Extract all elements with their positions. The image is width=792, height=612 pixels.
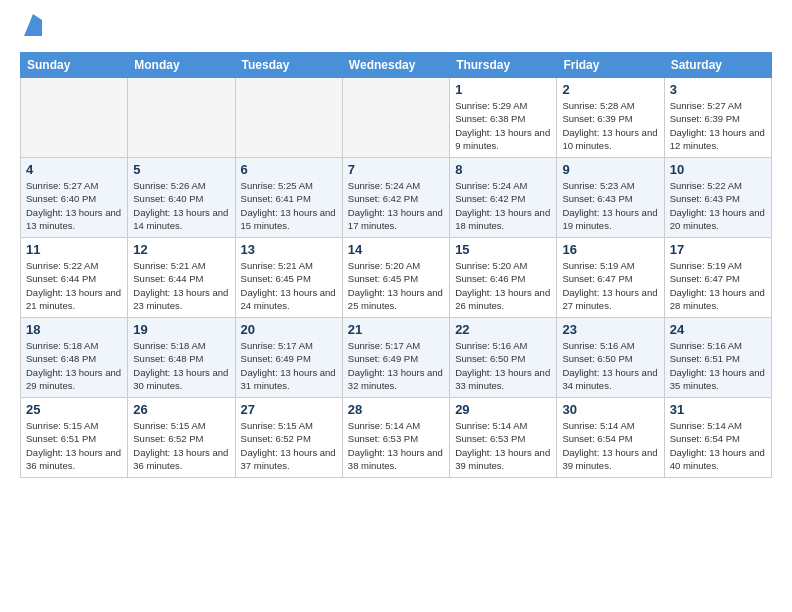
cell-info: Sunrise: 5:17 AMSunset: 6:49 PMDaylight:… — [241, 339, 337, 392]
calendar-cell: 17Sunrise: 5:19 AMSunset: 6:47 PMDayligh… — [664, 238, 771, 318]
calendar-cell: 28Sunrise: 5:14 AMSunset: 6:53 PMDayligh… — [342, 398, 449, 478]
svg-marker-0 — [24, 14, 42, 36]
day-number: 20 — [241, 322, 337, 337]
calendar-cell: 25Sunrise: 5:15 AMSunset: 6:51 PMDayligh… — [21, 398, 128, 478]
day-number: 25 — [26, 402, 122, 417]
calendar-cell — [342, 78, 449, 158]
cell-info: Sunrise: 5:18 AMSunset: 6:48 PMDaylight:… — [133, 339, 229, 392]
calendar-cell: 5Sunrise: 5:26 AMSunset: 6:40 PMDaylight… — [128, 158, 235, 238]
week-row-5: 25Sunrise: 5:15 AMSunset: 6:51 PMDayligh… — [21, 398, 772, 478]
day-number: 13 — [241, 242, 337, 257]
week-row-3: 11Sunrise: 5:22 AMSunset: 6:44 PMDayligh… — [21, 238, 772, 318]
cell-info: Sunrise: 5:21 AMSunset: 6:45 PMDaylight:… — [241, 259, 337, 312]
calendar-cell: 31Sunrise: 5:14 AMSunset: 6:54 PMDayligh… — [664, 398, 771, 478]
cell-info: Sunrise: 5:16 AMSunset: 6:50 PMDaylight:… — [562, 339, 658, 392]
calendar-cell: 30Sunrise: 5:14 AMSunset: 6:54 PMDayligh… — [557, 398, 664, 478]
calendar-cell: 19Sunrise: 5:18 AMSunset: 6:48 PMDayligh… — [128, 318, 235, 398]
day-number: 12 — [133, 242, 229, 257]
page-header — [20, 20, 772, 42]
logo — [20, 20, 42, 42]
cell-info: Sunrise: 5:14 AMSunset: 6:54 PMDaylight:… — [670, 419, 766, 472]
cell-info: Sunrise: 5:21 AMSunset: 6:44 PMDaylight:… — [133, 259, 229, 312]
cell-info: Sunrise: 5:14 AMSunset: 6:53 PMDaylight:… — [455, 419, 551, 472]
dow-monday: Monday — [128, 53, 235, 78]
calendar-cell — [235, 78, 342, 158]
day-number: 2 — [562, 82, 658, 97]
dow-thursday: Thursday — [450, 53, 557, 78]
calendar-cell: 10Sunrise: 5:22 AMSunset: 6:43 PMDayligh… — [664, 158, 771, 238]
cell-info: Sunrise: 5:20 AMSunset: 6:46 PMDaylight:… — [455, 259, 551, 312]
day-number: 7 — [348, 162, 444, 177]
cell-info: Sunrise: 5:22 AMSunset: 6:43 PMDaylight:… — [670, 179, 766, 232]
calendar-cell: 9Sunrise: 5:23 AMSunset: 6:43 PMDaylight… — [557, 158, 664, 238]
calendar-table: SundayMondayTuesdayWednesdayThursdayFrid… — [20, 52, 772, 478]
calendar-cell: 1Sunrise: 5:29 AMSunset: 6:38 PMDaylight… — [450, 78, 557, 158]
calendar-body: 1Sunrise: 5:29 AMSunset: 6:38 PMDaylight… — [21, 78, 772, 478]
dow-tuesday: Tuesday — [235, 53, 342, 78]
calendar-cell: 27Sunrise: 5:15 AMSunset: 6:52 PMDayligh… — [235, 398, 342, 478]
cell-info: Sunrise: 5:15 AMSunset: 6:52 PMDaylight:… — [241, 419, 337, 472]
cell-info: Sunrise: 5:29 AMSunset: 6:38 PMDaylight:… — [455, 99, 551, 152]
cell-info: Sunrise: 5:19 AMSunset: 6:47 PMDaylight:… — [562, 259, 658, 312]
day-number: 6 — [241, 162, 337, 177]
calendar-cell: 2Sunrise: 5:28 AMSunset: 6:39 PMDaylight… — [557, 78, 664, 158]
calendar-cell — [21, 78, 128, 158]
day-number: 8 — [455, 162, 551, 177]
calendar-cell — [128, 78, 235, 158]
cell-info: Sunrise: 5:16 AMSunset: 6:51 PMDaylight:… — [670, 339, 766, 392]
day-number: 10 — [670, 162, 766, 177]
day-of-week-header: SundayMondayTuesdayWednesdayThursdayFrid… — [21, 53, 772, 78]
day-number: 31 — [670, 402, 766, 417]
day-number: 1 — [455, 82, 551, 97]
cell-info: Sunrise: 5:18 AMSunset: 6:48 PMDaylight:… — [26, 339, 122, 392]
dow-wednesday: Wednesday — [342, 53, 449, 78]
day-number: 11 — [26, 242, 122, 257]
calendar-cell: 3Sunrise: 5:27 AMSunset: 6:39 PMDaylight… — [664, 78, 771, 158]
cell-info: Sunrise: 5:16 AMSunset: 6:50 PMDaylight:… — [455, 339, 551, 392]
calendar-cell: 29Sunrise: 5:14 AMSunset: 6:53 PMDayligh… — [450, 398, 557, 478]
cell-info: Sunrise: 5:17 AMSunset: 6:49 PMDaylight:… — [348, 339, 444, 392]
day-number: 21 — [348, 322, 444, 337]
calendar-cell: 14Sunrise: 5:20 AMSunset: 6:45 PMDayligh… — [342, 238, 449, 318]
calendar-cell: 21Sunrise: 5:17 AMSunset: 6:49 PMDayligh… — [342, 318, 449, 398]
calendar-cell: 15Sunrise: 5:20 AMSunset: 6:46 PMDayligh… — [450, 238, 557, 318]
dow-saturday: Saturday — [664, 53, 771, 78]
week-row-1: 1Sunrise: 5:29 AMSunset: 6:38 PMDaylight… — [21, 78, 772, 158]
calendar-cell: 12Sunrise: 5:21 AMSunset: 6:44 PMDayligh… — [128, 238, 235, 318]
day-number: 3 — [670, 82, 766, 97]
day-number: 24 — [670, 322, 766, 337]
week-row-2: 4Sunrise: 5:27 AMSunset: 6:40 PMDaylight… — [21, 158, 772, 238]
cell-info: Sunrise: 5:28 AMSunset: 6:39 PMDaylight:… — [562, 99, 658, 152]
calendar-cell: 24Sunrise: 5:16 AMSunset: 6:51 PMDayligh… — [664, 318, 771, 398]
cell-info: Sunrise: 5:24 AMSunset: 6:42 PMDaylight:… — [455, 179, 551, 232]
week-row-4: 18Sunrise: 5:18 AMSunset: 6:48 PMDayligh… — [21, 318, 772, 398]
cell-info: Sunrise: 5:27 AMSunset: 6:39 PMDaylight:… — [670, 99, 766, 152]
cell-info: Sunrise: 5:25 AMSunset: 6:41 PMDaylight:… — [241, 179, 337, 232]
cell-info: Sunrise: 5:20 AMSunset: 6:45 PMDaylight:… — [348, 259, 444, 312]
cell-info: Sunrise: 5:14 AMSunset: 6:53 PMDaylight:… — [348, 419, 444, 472]
day-number: 18 — [26, 322, 122, 337]
day-number: 19 — [133, 322, 229, 337]
logo-icon — [24, 14, 42, 36]
day-number: 5 — [133, 162, 229, 177]
calendar-cell: 20Sunrise: 5:17 AMSunset: 6:49 PMDayligh… — [235, 318, 342, 398]
day-number: 28 — [348, 402, 444, 417]
cell-info: Sunrise: 5:23 AMSunset: 6:43 PMDaylight:… — [562, 179, 658, 232]
calendar-cell: 16Sunrise: 5:19 AMSunset: 6:47 PMDayligh… — [557, 238, 664, 318]
day-number: 14 — [348, 242, 444, 257]
calendar-cell: 4Sunrise: 5:27 AMSunset: 6:40 PMDaylight… — [21, 158, 128, 238]
calendar-cell: 8Sunrise: 5:24 AMSunset: 6:42 PMDaylight… — [450, 158, 557, 238]
cell-info: Sunrise: 5:26 AMSunset: 6:40 PMDaylight:… — [133, 179, 229, 232]
day-number: 17 — [670, 242, 766, 257]
day-number: 23 — [562, 322, 658, 337]
cell-info: Sunrise: 5:22 AMSunset: 6:44 PMDaylight:… — [26, 259, 122, 312]
calendar-cell: 6Sunrise: 5:25 AMSunset: 6:41 PMDaylight… — [235, 158, 342, 238]
cell-info: Sunrise: 5:15 AMSunset: 6:51 PMDaylight:… — [26, 419, 122, 472]
cell-info: Sunrise: 5:15 AMSunset: 6:52 PMDaylight:… — [133, 419, 229, 472]
calendar-cell: 22Sunrise: 5:16 AMSunset: 6:50 PMDayligh… — [450, 318, 557, 398]
day-number: 27 — [241, 402, 337, 417]
calendar-cell: 26Sunrise: 5:15 AMSunset: 6:52 PMDayligh… — [128, 398, 235, 478]
day-number: 4 — [26, 162, 122, 177]
dow-friday: Friday — [557, 53, 664, 78]
calendar-cell: 23Sunrise: 5:16 AMSunset: 6:50 PMDayligh… — [557, 318, 664, 398]
